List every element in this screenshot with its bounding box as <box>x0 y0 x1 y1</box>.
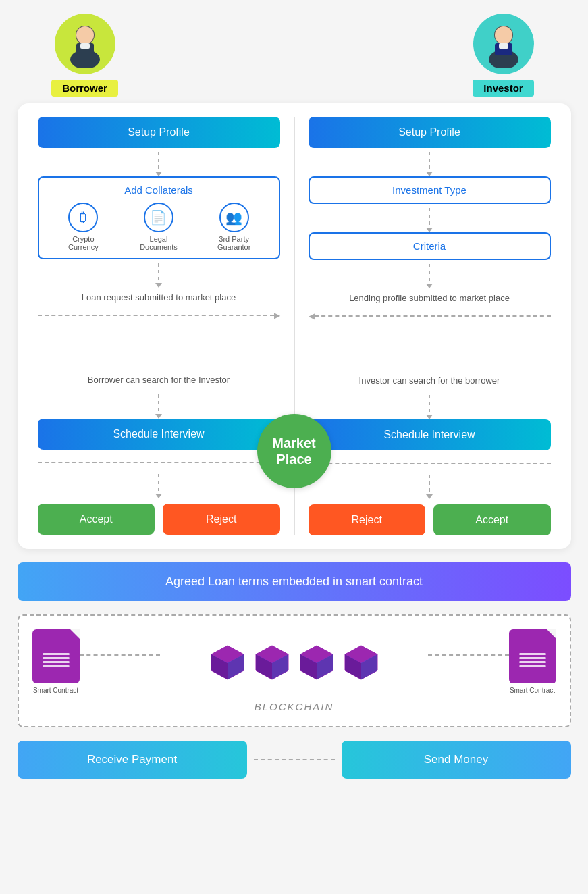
doc-line-4 <box>43 665 70 667</box>
borrower-search-text: Borrower can search for the Investor <box>88 374 230 386</box>
crypto-label: Crypto Currency <box>59 235 107 251</box>
crypto-icon: ₿ <box>68 203 98 232</box>
cube-4 <box>342 642 381 681</box>
investment-type-button[interactable]: Investment Type <box>309 176 551 204</box>
investor-schedule-button[interactable]: Schedule Interview <box>309 419 551 450</box>
borrower-label: Borrower <box>51 80 118 97</box>
doc-line-r2 <box>519 657 546 659</box>
cube-2 <box>252 642 292 681</box>
doc-line-r1 <box>519 653 546 655</box>
arrow-down-r4 <box>429 395 430 415</box>
docs-label: Legal Documents <box>135 235 182 251</box>
loan-request-text: Loan request submitted to market place <box>82 292 236 304</box>
guarantor-item: 👥 3rd Party Guarantor <box>211 203 258 251</box>
arrow-down-r2 <box>429 208 430 228</box>
collaterals-box: Add Collaterals ₿ Crypto Currency 📄 Lega… <box>38 176 280 259</box>
guarantor-icon: 👥 <box>219 203 249 232</box>
smart-contract-banner: Agreed Loan terms embedded in smart cont… <box>18 562 571 601</box>
main-container: Borrower Investor Market Place Setup <box>0 0 588 792</box>
blockchain-cubes <box>160 642 429 681</box>
arrow-down-r3 <box>429 264 430 284</box>
doc-line-3 <box>43 661 70 663</box>
arrow-down-4 <box>158 474 159 494</box>
svg-point-7 <box>495 26 512 44</box>
borrower-action-row: Accept Reject <box>38 504 280 535</box>
cube-1 <box>208 642 247 681</box>
doc-lines-right <box>519 653 546 667</box>
smart-contract-left-label: Smart Contract <box>33 687 78 694</box>
cube-3 <box>297 642 336 681</box>
collaterals-title: Add Collaterals <box>46 184 272 196</box>
avatars-row: Borrower Investor <box>18 14 571 97</box>
investor-label: Investor <box>473 80 533 97</box>
docs-icon: 📄 <box>144 203 173 232</box>
svg-point-2 <box>76 26 94 44</box>
arrow-down-2 <box>158 263 159 284</box>
payment-row: Receive Payment Send Money <box>18 741 571 779</box>
borrower-avatar <box>55 14 115 74</box>
blockchain-row: Smart Contract <box>32 629 556 694</box>
connector-left <box>80 654 160 656</box>
borrower-schedule-button[interactable]: Schedule Interview <box>38 419 280 450</box>
investor-accept-button[interactable]: Accept <box>433 504 551 535</box>
doc-line-r4 <box>519 665 546 667</box>
borrower-column: Setup Profile Add Collaterals ₿ Crypto C… <box>31 117 287 535</box>
svg-rect-9 <box>499 43 508 49</box>
borrower-accept-button[interactable]: Accept <box>38 504 155 535</box>
investor-search-text: Investor can search for the borrower <box>359 375 500 387</box>
marketplace-label: Market Place <box>257 435 331 467</box>
smart-contract-right-group: Smart Contract <box>509 629 556 694</box>
send-money-button[interactable]: Send Money <box>342 741 571 779</box>
marketplace-circle: Market Place <box>257 414 331 488</box>
legal-docs-item: 📄 Legal Documents <box>135 203 182 251</box>
collaterals-items: ₿ Crypto Currency 📄 Legal Documents 👥 3r… <box>46 203 272 251</box>
connector-right <box>428 654 508 656</box>
svg-rect-4 <box>80 43 90 49</box>
borrower-reject-button[interactable]: Reject <box>163 504 280 535</box>
investor-avatar <box>473 14 534 74</box>
investor-section: Investor <box>436 14 571 97</box>
guarantor-label: 3rd Party Guarantor <box>211 235 258 251</box>
arrow-down-1 <box>158 152 159 172</box>
investor-action-row: Reject Accept <box>309 504 551 535</box>
blockchain-label: BLOCKCHAIN <box>32 701 556 712</box>
criteria-button[interactable]: Criteria <box>309 232 551 260</box>
investor-column: Setup Profile Investment Type Criteria L… <box>302 117 558 535</box>
smart-contract-right-doc <box>509 629 556 683</box>
smart-contract-left-doc <box>32 629 80 683</box>
arrow-down-r1 <box>429 152 430 172</box>
borrower-section: Borrower <box>18 14 153 97</box>
investor-setup-profile-button[interactable]: Setup Profile <box>309 117 551 148</box>
lending-text: Lending profile submitted to market plac… <box>349 292 510 305</box>
main-panel: Market Place Setup Profile Add Collatera… <box>18 103 571 549</box>
receive-payment-button[interactable]: Receive Payment <box>18 741 247 779</box>
doc-line-1 <box>43 653 70 655</box>
payment-connector <box>254 759 335 760</box>
arrow-down-3 <box>158 394 159 415</box>
doc-lines-left <box>43 653 70 667</box>
smart-contract-left-group: Smart Contract <box>32 629 80 694</box>
smart-contract-right-label: Smart Contract <box>510 687 555 694</box>
arrow-down-r5 <box>429 475 430 495</box>
crypto-currency-item: ₿ Crypto Currency <box>59 203 107 251</box>
smart-contract-text: Agreed Loan terms embedded in smart cont… <box>165 575 423 588</box>
blockchain-section: Smart Contract <box>18 614 571 727</box>
investor-reject-button[interactable]: Reject <box>309 504 426 535</box>
borrower-setup-profile-button[interactable]: Setup Profile <box>38 117 280 148</box>
doc-line-2 <box>43 657 70 659</box>
doc-line-r3 <box>519 661 546 663</box>
